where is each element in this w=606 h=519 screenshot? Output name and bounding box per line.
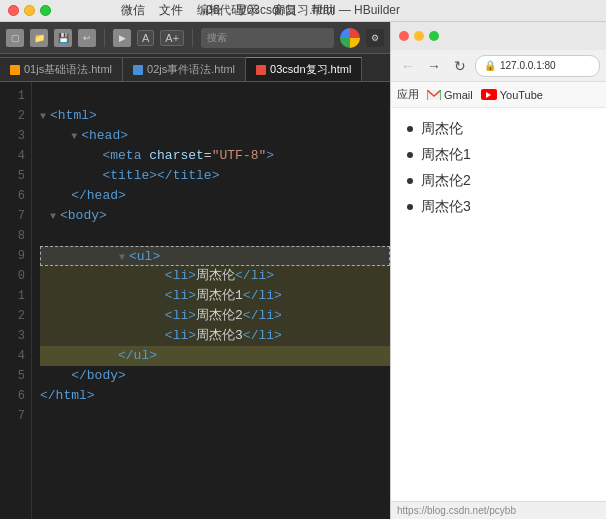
search-label: 搜索 [207,31,227,45]
bullet-3 [407,204,413,210]
youtube-label: YouTube [500,89,543,101]
back-button[interactable]: ← [397,55,419,77]
bookmarks-bar: 应用 Gmail YouTube [391,82,606,108]
code-line-17 [40,406,390,426]
search-bar[interactable]: 搜索 [201,28,334,48]
bookmark-youtube[interactable]: YouTube [481,89,543,101]
browser-pane: ← → ↻ 🔒 127.0.0.1:80 应用 Gmai [390,22,606,519]
run-icon[interactable]: ▶ [113,29,131,47]
tab-bar: 01js基础语法.html 02js事件语法.html 03csdn复习.htm… [0,54,390,82]
code-line-8 [40,226,390,246]
code-line-4: <meta charset="UTF-8"> [40,146,390,166]
chrome-icon[interactable] [340,28,360,48]
browser-minimize[interactable] [414,31,424,41]
code-area[interactable]: 1 2 3 4 5 6 7 8 9 0 1 2 3 4 5 6 7 ▼<html [0,82,390,519]
tab-2[interactable]: 03csdn复习.html [246,57,362,81]
minimize-button[interactable] [24,5,35,16]
refresh-button[interactable]: ↻ [449,55,471,77]
bookmark-apps[interactable]: 应用 [397,87,419,102]
code-line-7: ▼<body> [40,206,390,226]
gmail-icon [427,90,441,100]
window-title: 06代码/03csdn复习.html — HBuilder [206,2,400,19]
toolbar-separator-2 [192,29,193,47]
font-size-decrease[interactable]: A [137,30,154,46]
list-text-3: 周杰伦3 [421,198,471,216]
list-item-1: 周杰伦1 [407,146,590,164]
new-file-icon[interactable]: ▢ [6,29,24,47]
editor-toolbar: ▢ 📁 💾 ↩ ▶ A A+ 搜索 ⚙ [0,22,390,54]
list-item-0: 周杰伦 [407,120,590,138]
settings-icon[interactable]: ⚙ [366,29,384,47]
close-button[interactable] [8,5,19,16]
tab-label-1: 02js事件语法.html [147,62,235,77]
bullet-0 [407,126,413,132]
forward-button[interactable]: → [423,55,445,77]
list-text-1: 周杰伦1 [421,146,471,164]
code-line-5: <title></title> [40,166,390,186]
code-line-9: ▼<ul> [40,246,390,266]
line-numbers: 1 2 3 4 5 6 7 8 9 0 1 2 3 4 5 6 7 [0,82,32,519]
code-line-11: <li>周杰伦1</li> [40,286,390,306]
browser-content: 周杰伦 周杰伦1 周杰伦2 周杰伦3 [391,108,606,501]
code-line-3: ▼<head> [40,126,390,146]
bullet-1 [407,152,413,158]
youtube-play-icon [486,92,491,98]
status-url: https://blog.csdn.net/pcybb [397,505,516,516]
title-bar: 微信 文件 编辑 显示 窗口 帮助 06代码/03csdn复习.html — H… [0,0,606,22]
tab-0[interactable]: 01js基础语法.html [0,57,123,81]
browser-nav: ← → ↻ 🔒 127.0.0.1:80 [391,50,606,82]
list-item-3: 周杰伦3 [407,198,590,216]
list-text-2: 周杰伦2 [421,172,471,190]
lock-icon: 🔒 [484,60,496,71]
browser-maximize[interactable] [429,31,439,41]
code-line-14: </ul> [40,346,390,366]
code-line-2: ▼<html> [40,106,390,126]
browser-status-bar: https://blog.csdn.net/pcybb [391,501,606,519]
address-bar[interactable]: 🔒 127.0.0.1:80 [475,55,600,77]
undo-icon[interactable]: ↩ [78,29,96,47]
editor-area: ▢ 📁 💾 ↩ ▶ A A+ 搜索 ⚙ 01js基础语法.html 02js事件… [0,22,606,519]
bullet-2 [407,178,413,184]
font-size-increase[interactable]: A+ [160,30,184,46]
maximize-button[interactable] [40,5,51,16]
code-line-13: <li>周杰伦3</li> [40,326,390,346]
list-item-2: 周杰伦2 [407,172,590,190]
tab-icon-1 [133,65,143,75]
list-text-0: 周杰伦 [421,120,463,138]
tab-1[interactable]: 02js事件语法.html [123,57,246,81]
window-controls [8,5,51,16]
tab-icon-2 [256,65,266,75]
editor-pane: ▢ 📁 💾 ↩ ▶ A A+ 搜索 ⚙ 01js基础语法.html 02js事件… [0,22,390,519]
code-line-10: <li>周杰伦</li> [40,266,390,286]
code-line-15: </body> [40,366,390,386]
code-line-6: </head> [40,186,390,206]
browser-traffic-lights [391,22,606,50]
youtube-icon [481,89,497,100]
menu-file[interactable]: 文件 [159,2,183,19]
gmail-label: Gmail [444,89,473,101]
tab-label-2: 03csdn复习.html [270,62,351,77]
toolbar-separator [104,29,105,47]
tab-label-0: 01js基础语法.html [24,62,112,77]
tab-icon-0 [10,65,20,75]
code-content[interactable]: ▼<html> ▼<head> <meta charset="UTF-8"> <… [32,82,390,519]
code-line-12: <li>周杰伦2</li> [40,306,390,326]
browser-close[interactable] [399,31,409,41]
open-icon[interactable]: 📁 [30,29,48,47]
bookmark-gmail[interactable]: Gmail [427,89,473,101]
save-icon[interactable]: 💾 [54,29,72,47]
menu-weixin[interactable]: 微信 [121,2,145,19]
code-line-1 [40,86,390,106]
code-line-16: </html> [40,386,390,406]
address-text: 127.0.0.1:80 [500,60,556,71]
